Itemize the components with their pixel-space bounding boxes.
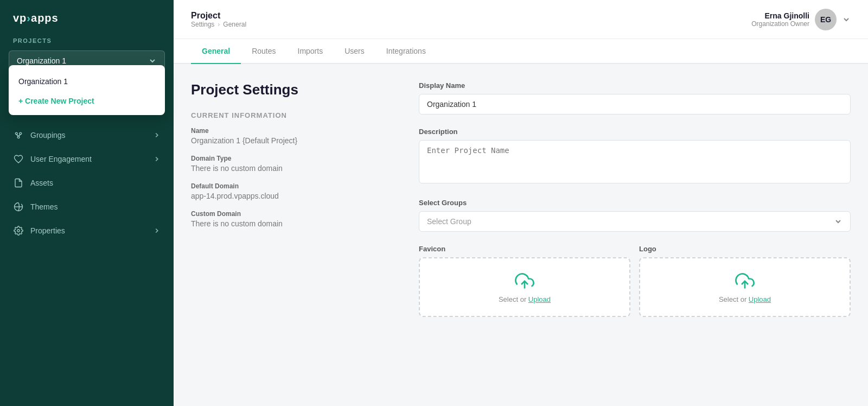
- project-dropdown: Organization 1 + Create New Project: [9, 65, 165, 115]
- logo-upload-link[interactable]: Upload: [749, 295, 771, 303]
- sidebar-item-properties[interactable]: Properties: [0, 219, 174, 243]
- tab-integrations[interactable]: Integrations: [375, 39, 437, 64]
- user-role: Organization Owner: [751, 20, 809, 28]
- properties-chevron-icon: [153, 227, 161, 234]
- info-custom-domain-value: There is no custom domain: [191, 219, 397, 228]
- info-domain-type-value: There is no custom domain: [191, 164, 397, 173]
- svg-line-9: [16, 135, 18, 136]
- sidebar: vp›apps PROJECTS Organization 1 Organiza…: [0, 0, 174, 406]
- description-textarea[interactable]: [419, 140, 851, 183]
- svg-point-6: [15, 132, 17, 135]
- select-group-dropdown[interactable]: Select Group: [419, 211, 851, 232]
- favicon-upload-text: Select or Upload: [499, 295, 551, 303]
- favicon-label: Favicon: [419, 245, 630, 253]
- themes-label: Themes: [30, 202, 58, 211]
- logo-area: vp›apps: [0, 0, 174, 33]
- tab-imports[interactable]: Imports: [287, 39, 334, 64]
- user-area: Erna Gjinolli Organization Owner EG: [751, 9, 851, 30]
- groupings-label: Groupings: [30, 131, 66, 139]
- select-group-placeholder: Select Group: [427, 217, 471, 226]
- favicon-upload-box[interactable]: Select or Upload: [419, 257, 630, 317]
- selected-project-label: Organization 1: [17, 56, 66, 65]
- user-engagement-icon: [13, 154, 24, 164]
- info-domain-type: Domain Type There is no custom domain: [191, 155, 397, 173]
- topbar: Project Settings › General Erna Gjinolli…: [174, 0, 868, 39]
- tab-general[interactable]: General: [191, 39, 241, 64]
- page-title: Project: [191, 11, 246, 21]
- description-label: Description: [419, 128, 851, 136]
- select-groups-label: Select Groups: [419, 199, 851, 207]
- description-group: Description: [419, 128, 851, 186]
- content-right: Display Name Description Select Groups S…: [419, 81, 851, 330]
- assets-label: Assets: [30, 179, 53, 187]
- properties-icon: [13, 225, 24, 236]
- projects-section-label: PROJECTS: [0, 33, 174, 48]
- tab-routes[interactable]: Routes: [241, 39, 286, 64]
- project-settings-title: Project Settings: [191, 81, 397, 98]
- user-chevron-icon[interactable]: [842, 15, 851, 24]
- logo-upload-cloud-icon: [735, 271, 755, 291]
- logo-label: Logo: [639, 245, 851, 253]
- avatar: EG: [815, 9, 837, 30]
- breadcrumb-parent: Settings: [191, 21, 214, 28]
- logo-upload-text: Select or Upload: [719, 295, 771, 303]
- svg-point-11: [17, 230, 20, 232]
- sidebar-item-user-engagement[interactable]: User Engagement: [0, 147, 174, 171]
- upload-cloud-icon: [515, 271, 534, 291]
- favicon-upload-link[interactable]: Upload: [528, 295, 551, 303]
- display-name-group: Display Name: [419, 81, 851, 115]
- svg-point-7: [20, 132, 22, 135]
- select-group-chevron-icon: [834, 217, 843, 226]
- themes-icon: [13, 201, 24, 212]
- info-name: Name Organization 1 {Default Project}: [191, 127, 397, 145]
- logo-upload-box[interactable]: Select or Upload: [639, 257, 851, 317]
- select-groups-group: Select Groups Select Group: [419, 199, 851, 232]
- properties-label: Properties: [30, 226, 65, 235]
- breadcrumb: Project Settings › General: [191, 11, 246, 28]
- user-engagement-label: User Engagement: [30, 155, 92, 163]
- content-area: Project Settings Current Information Nam…: [174, 64, 868, 347]
- dropdown-org1-item[interactable]: Organization 1: [9, 72, 165, 91]
- logo-col: Logo Select or Upload: [639, 245, 851, 317]
- logo-text: vp›apps: [13, 12, 59, 24]
- display-name-label: Display Name: [419, 81, 851, 90]
- tab-users[interactable]: Users: [334, 39, 375, 64]
- info-name-value: Organization 1 {Default Project}: [191, 136, 397, 145]
- current-info-label: Current Information: [191, 111, 397, 119]
- content-left: Project Settings Current Information Nam…: [191, 81, 397, 330]
- info-custom-domain: Custom Domain There is no custom domain: [191, 210, 397, 228]
- display-name-input[interactable]: [419, 94, 851, 115]
- main-content: Project Settings › General Erna Gjinolli…: [174, 0, 868, 406]
- svg-line-10: [18, 135, 21, 136]
- groupings-icon: [13, 130, 24, 141]
- breadcrumb-separator: ›: [218, 21, 220, 28]
- sidebar-item-themes[interactable]: Themes: [0, 195, 174, 219]
- user-name: Erna Gjinolli: [751, 11, 809, 20]
- upload-section: Favicon Select or Upload Logo: [419, 245, 851, 317]
- tab-bar: General Routes Imports Users Integration…: [174, 39, 868, 64]
- svg-point-8: [17, 136, 20, 138]
- breadcrumb-current: General: [223, 21, 246, 28]
- sidebar-item-groupings[interactable]: Groupings: [0, 123, 174, 147]
- create-new-project-button[interactable]: + Create New Project: [9, 91, 165, 111]
- info-default-domain-value: app-14.prod.vpapps.cloud: [191, 192, 397, 200]
- user-engagement-chevron-icon: [153, 155, 161, 163]
- info-default-domain: Default Domain app-14.prod.vpapps.cloud: [191, 182, 397, 200]
- favicon-col: Favicon Select or Upload: [419, 245, 630, 317]
- assets-icon: [13, 177, 24, 188]
- sidebar-item-assets[interactable]: Assets: [0, 171, 174, 195]
- selector-chevron-icon: [148, 56, 157, 65]
- groupings-chevron-icon: [153, 131, 161, 139]
